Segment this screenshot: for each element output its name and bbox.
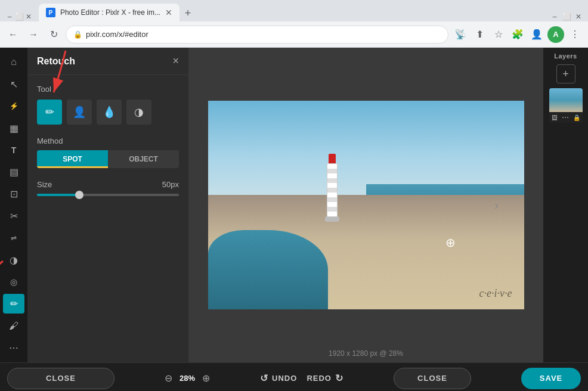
zoom-out-button[interactable]: ⊖ bbox=[165, 373, 172, 384]
dodge-tool-btn[interactable]: ◑ bbox=[126, 100, 151, 125]
browser-chrome: – ⬜ ✕ P Photo Editor : Pixlr X - free im… bbox=[0, 0, 588, 48]
undo-arrow-icon: ↺ bbox=[260, 373, 268, 384]
browser-tab-active[interactable]: P Photo Editor : Pixlr X - free im... ✕ bbox=[39, 4, 180, 21]
img-sky bbox=[208, 101, 524, 195]
lighthouse-base bbox=[325, 217, 339, 222]
layers-title: Layers bbox=[554, 52, 577, 60]
zoom-controls: ⊖ 28% ⊕ bbox=[165, 373, 210, 384]
canvas-area[interactable]: c·e·i·v·e ⊕ 1920 x 1280 px @ 28% › bbox=[188, 48, 543, 362]
window-restore[interactable]: ⬜ bbox=[14, 12, 24, 21]
lighthouse-top bbox=[329, 154, 336, 163]
undo-button[interactable]: ↺ UNDO bbox=[260, 373, 297, 384]
size-label: Size bbox=[37, 180, 52, 189]
undo-redo-controls: ↺ UNDO REDO ↻ bbox=[260, 373, 343, 384]
profile-avatar[interactable]: A bbox=[547, 26, 564, 43]
reload-button[interactable]: ↻ bbox=[45, 26, 62, 43]
back-button[interactable]: ← bbox=[5, 26, 21, 43]
canvas-status: 1920 x 1280 px @ 28% bbox=[329, 349, 403, 358]
tool-more[interactable]: ⋯ bbox=[3, 338, 24, 358]
layer-thumb-bar: 🖼 ⋯ 🔒 bbox=[549, 112, 583, 123]
tab-bar: – ⬜ ✕ P Photo Editor : Pixlr X - free im… bbox=[0, 0, 588, 21]
drop-tool-btn[interactable]: 💧 bbox=[97, 100, 122, 125]
tool-text[interactable]: T bbox=[3, 140, 24, 160]
method-object-btn[interactable]: OBJECT bbox=[108, 150, 179, 168]
close-button-left[interactable]: CLOSE bbox=[7, 368, 114, 389]
browser-restore[interactable]: ⬜ bbox=[562, 12, 571, 21]
tool-scissors[interactable]: ✂ bbox=[3, 206, 24, 226]
method-spot-btn[interactable]: SPOT bbox=[37, 150, 108, 168]
canvas-container: c·e·i·v·e ⊕ bbox=[208, 101, 524, 309]
size-slider[interactable] bbox=[37, 194, 179, 196]
add-layer-button[interactable]: + bbox=[556, 64, 575, 83]
browser-close[interactable]: ✕ bbox=[574, 12, 583, 21]
tool-options: ✏ 👤 💧 ◑ bbox=[37, 100, 179, 125]
layer-image-icon: 🖼 bbox=[552, 114, 558, 121]
tool-ai[interactable]: ⚡ bbox=[3, 97, 24, 116]
redo-button[interactable]: REDO ↻ bbox=[307, 373, 343, 384]
panel-body: Tool ✏ 👤 💧 ◑ Method SPOT OBJECT bbox=[27, 75, 188, 206]
window-close[interactable]: ✕ bbox=[24, 12, 33, 21]
tool-crop[interactable]: ⊡ bbox=[3, 184, 24, 204]
address-bar[interactable]: 🔒 pixlr.com/x/#editor bbox=[66, 26, 448, 44]
panel-header: Retouch × bbox=[27, 48, 188, 75]
extension-icon[interactable]: 🧩 bbox=[509, 26, 526, 43]
watermark: c·e·i·v·e bbox=[479, 285, 512, 300]
toolbar-actions: 📡 ⬆ ☆ 🧩 👤 A ⋮ bbox=[452, 26, 583, 43]
tool-hatch[interactable]: ▤ bbox=[3, 162, 24, 182]
window-minimize[interactable]: – bbox=[5, 12, 14, 21]
clone-tool-btn[interactable]: 👤 bbox=[67, 100, 92, 125]
tab-favicon: P bbox=[46, 8, 55, 17]
zoom-value: 28% bbox=[180, 374, 195, 383]
browser-minimize[interactable]: – bbox=[550, 12, 559, 21]
size-header: Size 50px bbox=[37, 180, 179, 189]
retouch-panel: Retouch × Tool ✏ 👤 � bbox=[27, 48, 188, 362]
tool-select[interactable]: ↖ bbox=[3, 75, 24, 94]
slider-thumb[interactable] bbox=[75, 191, 83, 199]
close-button-right[interactable]: CLOSE bbox=[394, 368, 471, 389]
tab-title: Photo Editor : Pixlr X - free im... bbox=[60, 8, 160, 17]
forward-button[interactable]: → bbox=[25, 26, 42, 43]
size-value: 50px bbox=[162, 180, 179, 189]
redo-label: REDO bbox=[307, 374, 332, 383]
tool-retouch[interactable]: ✏ bbox=[3, 294, 24, 314]
redo-arrow-icon: ↻ bbox=[335, 373, 343, 384]
share-icon[interactable]: ⬆ bbox=[471, 26, 488, 43]
tool-arrangement[interactable]: ▦ bbox=[3, 119, 24, 138]
browser-toolbar: ← → ↻ 🔒 pixlr.com/x/#editor 📡 ⬆ ☆ 🧩 👤 A … bbox=[0, 21, 588, 48]
new-tab-button[interactable]: + bbox=[180, 5, 196, 21]
tool-dodge[interactable]: ◑ bbox=[3, 250, 24, 270]
app-main: ⌂ ↖ ⚡ ▦ T ▤ ⊡ ✂ ⇌ ◑ ◎ ✏ bbox=[0, 48, 588, 362]
ssl-icon: 🔒 bbox=[73, 30, 82, 39]
slider-fill bbox=[37, 194, 79, 196]
method-bar: SPOT OBJECT bbox=[37, 150, 179, 168]
tool-home[interactable]: ⌂ bbox=[3, 52, 24, 72]
heal-tool-btn[interactable]: ✏ bbox=[37, 100, 62, 125]
crosshair-cursor: ⊕ bbox=[445, 235, 456, 250]
method-section: Method SPOT OBJECT bbox=[37, 136, 179, 168]
left-toolbar: ⌂ ↖ ⚡ ▦ T ▤ ⊡ ✂ ⇌ ◑ ◎ ✏ bbox=[0, 48, 27, 362]
tool-blur[interactable]: ◎ bbox=[3, 272, 24, 292]
tool-liquify[interactable]: ⇌ bbox=[3, 228, 24, 248]
tool-paint[interactable]: 🖌 bbox=[3, 316, 24, 336]
panel-collapse-chevron[interactable]: › bbox=[494, 198, 499, 212]
layer-more-button[interactable]: ⋯ bbox=[562, 113, 569, 122]
undo-label: UNDO bbox=[272, 374, 297, 383]
lighthouse-body bbox=[327, 163, 338, 217]
lighthouse bbox=[325, 154, 339, 222]
layer-thumbnail[interactable]: 🖼 ⋯ 🔒 bbox=[549, 88, 583, 123]
zoom-in-button[interactable]: ⊕ bbox=[202, 373, 210, 384]
url-text: pixlr.com/x/#editor bbox=[86, 30, 148, 39]
canvas-image[interactable]: c·e·i·v·e ⊕ bbox=[208, 101, 524, 309]
cast-icon[interactable]: 📡 bbox=[452, 26, 469, 43]
profile-icon[interactable]: 👤 bbox=[528, 26, 545, 43]
img-pool bbox=[208, 230, 328, 309]
bookmark-icon[interactable]: ☆ bbox=[490, 26, 507, 43]
size-section: Size 50px bbox=[37, 180, 179, 196]
right-layers-panel: Layers + 🖼 ⋯ 🔒 bbox=[543, 48, 588, 362]
tab-close-btn[interactable]: ✕ bbox=[165, 8, 172, 17]
panel-close-button[interactable]: × bbox=[172, 55, 179, 67]
app-content: ⌂ ↖ ⚡ ▦ T ▤ ⊡ ✂ ⇌ ◑ ◎ ✏ bbox=[0, 48, 588, 391]
layer-lock-icon: 🔒 bbox=[573, 114, 580, 121]
save-button[interactable]: SAVE bbox=[521, 368, 581, 389]
menu-icon[interactable]: ⋮ bbox=[567, 26, 583, 43]
